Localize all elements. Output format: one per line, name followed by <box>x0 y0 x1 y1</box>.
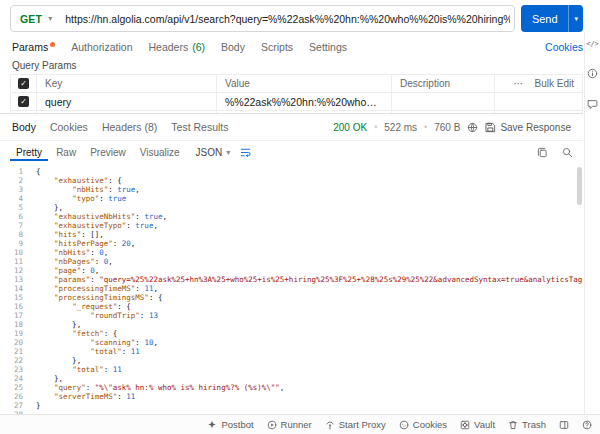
trash-label: Trash <box>522 419 546 430</box>
param-actions-cell <box>495 93 583 111</box>
help-button[interactable] <box>582 420 592 430</box>
meta-separator: • <box>424 122 427 132</box>
view-tab-raw[interactable]: Raw <box>50 144 82 161</box>
postbot-label: Postbot <box>221 419 253 430</box>
tab-params[interactable]: Params <box>12 41 55 53</box>
response-panel: Body Cookies Headers (8) Test Results 20… <box>0 113 583 414</box>
trash-button[interactable]: Trash <box>508 419 546 430</box>
table-header-row: ✓ Key Value Description ⋯ Bulk Edit <box>11 75 583 93</box>
code-icon[interactable]: </> <box>586 40 599 48</box>
search-icon[interactable] <box>562 147 573 158</box>
response-tab-test-results[interactable]: Test Results <box>171 121 228 133</box>
param-value-cell[interactable]: %%22ask%%20hn:%%20who%%20is%%20hiring%3.… <box>217 93 392 111</box>
check-icon: ✓ <box>20 97 27 106</box>
right-sidebar: </> <box>584 32 600 414</box>
response-tab-body[interactable]: Body <box>12 121 36 133</box>
tab-authorization-label: Authorization <box>71 41 132 53</box>
response-time[interactable]: 522 ms <box>384 122 417 133</box>
status-bar-right: Postbot Runner Start Proxy Cookies <box>207 419 592 430</box>
tab-scripts-label: Scripts <box>261 41 293 53</box>
request-tabs: Params Authorization Headers (6) Body Sc… <box>12 37 583 57</box>
start-proxy-label: Start Proxy <box>339 419 386 430</box>
tab-headers-label: Headers <box>148 41 188 53</box>
info-icon[interactable] <box>587 68 598 79</box>
vault-icon <box>460 420 470 430</box>
select-all-checkbox[interactable]: ✓ <box>18 78 29 89</box>
copy-icon[interactable] <box>537 147 548 158</box>
send-button[interactable]: Send ▾ <box>521 5 583 32</box>
status-badge[interactable]: 200 OK <box>333 122 367 133</box>
trash-icon <box>508 420 518 430</box>
query-params-title: Query Params <box>12 60 76 71</box>
wrap-text-icon[interactable] <box>240 147 251 158</box>
url-box: GET ▾ <box>10 5 515 32</box>
column-header-value: Value <box>217 75 392 93</box>
response-tab-cookies[interactable]: Cookies <box>50 121 88 133</box>
view-tab-preview[interactable]: Preview <box>84 144 132 161</box>
sparkle-icon <box>207 420 217 430</box>
tab-headers[interactable]: Headers (6) <box>148 41 205 53</box>
vault-label: Vault <box>474 419 495 430</box>
panel-layout-button[interactable] <box>559 420 569 430</box>
response-body[interactable]: 1234567891011121314151617181920212223242… <box>0 164 583 414</box>
method-label: GET <box>20 13 42 25</box>
cookie-icon <box>399 420 409 430</box>
send-label: Send <box>521 13 568 25</box>
tab-authorization[interactable]: Authorization <box>71 41 132 53</box>
response-size[interactable]: 760 B <box>434 122 460 133</box>
format-dropdown[interactable]: JSON ▾ <box>196 147 231 158</box>
view-tab-visualize[interactable]: Visualize <box>134 144 186 161</box>
code-lines: { "exhaustive": { "nbHits": true, "typo"… <box>30 164 583 414</box>
url-input[interactable] <box>61 13 514 25</box>
chevron-down-icon: ▾ <box>48 15 52 23</box>
comment-icon[interactable] <box>587 99 598 110</box>
response-body-actions <box>537 147 573 158</box>
api-client-app: GET ▾ Send ▾ Params Authorization Header… <box>0 0 600 434</box>
postbot-button[interactable]: Postbot <box>207 419 253 430</box>
chevron-down-icon[interactable]: ▾ <box>569 15 583 22</box>
query-params-table: ✓ Key Value Description ⋯ Bulk Edit ✓ qu… <box>10 74 583 113</box>
tab-settings[interactable]: Settings <box>309 41 347 53</box>
scrollbar-thumb[interactable] <box>577 167 582 205</box>
cookies-button[interactable]: Cookies <box>399 419 447 430</box>
panel-icon <box>559 420 569 430</box>
line-numbers: 1234567891011121314151617181920212223242… <box>0 164 30 414</box>
cookies-link[interactable]: Cookies <box>545 41 583 53</box>
tab-settings-label: Settings <box>309 41 347 53</box>
save-response-button[interactable]: Save Response <box>485 122 571 133</box>
cookies-label: Cookies <box>413 419 447 430</box>
view-tab-pretty[interactable]: Pretty <box>10 144 48 161</box>
tab-params-label: Params <box>12 41 48 53</box>
play-icon <box>267 420 277 430</box>
param-key-cell[interactable]: query <box>37 93 217 111</box>
param-enabled-checkbox[interactable]: ✓ <box>18 96 29 107</box>
request-bar: GET ▾ Send ▾ <box>10 5 583 32</box>
tab-body-label: Body <box>221 41 245 53</box>
response-tabs: Body Cookies Headers (8) Test Results 20… <box>0 114 583 140</box>
more-options-icon[interactable]: ⋯ <box>514 78 525 89</box>
save-response-label: Save Response <box>500 122 571 133</box>
response-view-toolbar: Pretty Raw Preview Visualize JSON ▾ <box>0 140 583 164</box>
response-meta: 200 OK • 522 ms • 760 B Save Response <box>333 122 571 133</box>
column-header-description: Description <box>392 75 495 93</box>
tab-scripts[interactable]: Scripts <box>261 41 293 53</box>
save-icon <box>485 122 496 133</box>
status-bar: Postbot Runner Start Proxy Cookies <box>0 414 600 434</box>
unsaved-changes-dot <box>50 42 55 47</box>
runner-button[interactable]: Runner <box>267 419 312 430</box>
chevron-down-icon: ▾ <box>226 149 230 157</box>
method-selector[interactable]: GET ▾ <box>11 6 61 31</box>
response-tab-headers[interactable]: Headers (8) <box>102 121 157 133</box>
column-header-key: Key <box>37 75 217 93</box>
vault-button[interactable]: Vault <box>460 419 495 430</box>
runner-label: Runner <box>281 419 312 430</box>
start-proxy-button[interactable]: Start Proxy <box>325 419 386 430</box>
bulk-edit-button[interactable]: Bulk Edit <box>535 78 574 89</box>
tab-body[interactable]: Body <box>221 41 245 53</box>
param-description-cell[interactable] <box>392 93 495 111</box>
help-icon <box>582 420 592 430</box>
globe-icon[interactable] <box>467 122 478 133</box>
meta-separator: • <box>374 122 377 132</box>
antenna-icon <box>325 420 335 430</box>
check-icon: ✓ <box>20 79 27 88</box>
